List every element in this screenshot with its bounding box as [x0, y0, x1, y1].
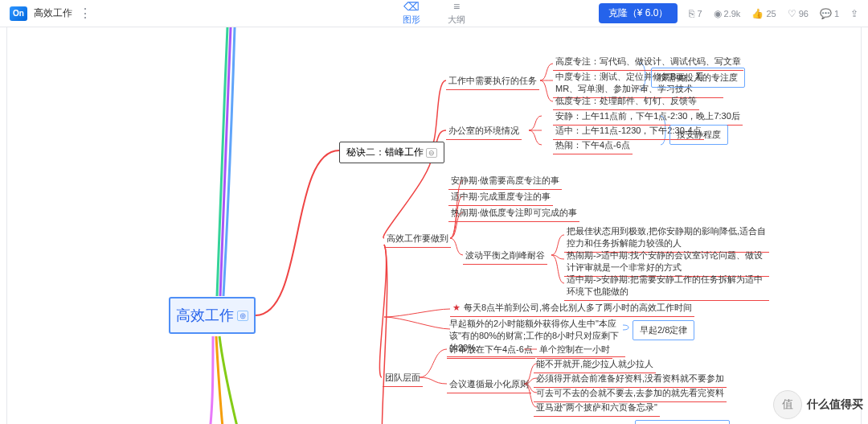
stat-forks[interactable]: ⎘7 — [689, 8, 702, 19]
sticky-early[interactable]: 早起2/8定律 — [633, 320, 694, 340]
app-logo[interactable]: On — [10, 6, 27, 21]
mindmap-canvas[interactable]: 高效工作 ⊕ 秘诀二：错峰工作 ⊖ 工作中需要执行的任务 高度专注：写代码、做设… — [0, 27, 868, 424]
leaf-todo-0[interactable]: 安静期·做需要高度专注的事 — [448, 173, 562, 190]
stat-likes[interactable]: 👍25 — [751, 8, 776, 19]
tab-graphic-label: 图形 — [403, 14, 420, 26]
watermark: 值 什么值得买 — [773, 390, 863, 419]
node-wave[interactable]: 波动平衡之削峰耐谷 — [463, 248, 547, 265]
more-menu-icon[interactable]: ⋮ — [79, 6, 92, 21]
tab-outline-label: 大纲 — [448, 14, 465, 26]
outline-icon: ≡ — [453, 1, 460, 12]
leaf-todo-1[interactable]: 适中期·完成重度专注的事 — [448, 189, 553, 206]
stat-views: ◉2.9k — [714, 8, 741, 19]
header-right: 克隆（¥ 6.0） ⎘7 ◉2.9k 👍25 ♡96 💬1 ⇪ — [599, 3, 858, 23]
view-tabs: ⌫ 图形 ≡ 大纲 — [403, 1, 465, 26]
eye-icon: ◉ — [714, 8, 722, 19]
comment-icon: 💬 — [820, 8, 832, 19]
thumbsup-icon: 👍 — [751, 8, 764, 19]
leaf-minmeet-3[interactable]: 亚马逊"两个披萨和六页备忘录" — [534, 400, 660, 417]
leaf-early-star[interactable]: ★每天8点半前到公司,将会比别人多了两小时的高效工作时间 — [450, 300, 694, 317]
tab-graphic[interactable]: ⌫ 图形 — [403, 1, 420, 26]
leaf-team-review[interactable]: 评审放在下午4点-6点 — [447, 342, 535, 359]
expand-icon[interactable]: ⊕ — [237, 311, 248, 321]
root-label: 高效工作 — [176, 306, 234, 325]
leaf-todo-2[interactable]: 热闹期·做低度专注即可完成的事 — [448, 205, 579, 222]
sticky-env[interactable]: 按安静程度 — [669, 125, 728, 145]
graphic-icon: ⌫ — [403, 1, 420, 12]
watermark-icon: 值 — [773, 390, 802, 419]
stat-comments[interactable]: 💬1 — [820, 8, 839, 19]
node-env[interactable]: 办公室的环境情况 — [446, 123, 522, 140]
fork-icon: ⎘ — [689, 8, 694, 19]
node-tasks[interactable]: 工作中需要执行的任务 — [446, 73, 539, 90]
clone-button[interactable]: 克隆（¥ 6.0） — [599, 3, 678, 23]
doc-title[interactable]: 高效工作 — [34, 6, 72, 20]
root-node[interactable]: 高效工作 ⊕ — [169, 297, 256, 334]
node-todo[interactable]: 高效工作要做到 — [384, 231, 451, 248]
sticky-tasks[interactable]: 按需要投入的专注度 — [651, 68, 745, 88]
sticky-why[interactable]: 「倒排上线时间」的另一种思路:倒排工作由止时间 — [635, 420, 730, 424]
leaf-wave-2[interactable]: 适中期->安静期:把需要安静工作的任务拆解为适中环境下也能做的 — [564, 272, 769, 301]
tab-outline[interactable]: ≡ 大纲 — [448, 1, 465, 26]
share-button[interactable]: ⇪ — [850, 8, 858, 19]
node-team[interactable]: 团队层面 — [383, 370, 423, 387]
collapse-icon[interactable]: ⊖ — [426, 148, 437, 158]
stat-hearts[interactable]: ♡96 — [788, 8, 809, 19]
node-minmeet[interactable]: 会议遵循最小化原则 — [447, 377, 531, 393]
share-icon: ⇪ — [850, 8, 858, 19]
top-bar: On 高效工作 ⋮ ⌫ 图形 ≡ 大纲 克隆（¥ 6.0） ⎘7 ◉2.9k 👍… — [0, 0, 868, 27]
leaf-env-2[interactable]: 热闹：下午4点-6点 — [553, 138, 633, 154]
heart-icon: ♡ — [788, 8, 796, 19]
watermark-text: 什么值得买 — [807, 397, 863, 412]
star-icon: ★ — [452, 303, 461, 312]
node-secret-2[interactable]: 秘诀二：错峰工作 ⊖ — [339, 142, 444, 163]
leaf-tasks-2[interactable]: 低度专注：处理邮件、钉钉、反馈等 — [553, 93, 699, 110]
